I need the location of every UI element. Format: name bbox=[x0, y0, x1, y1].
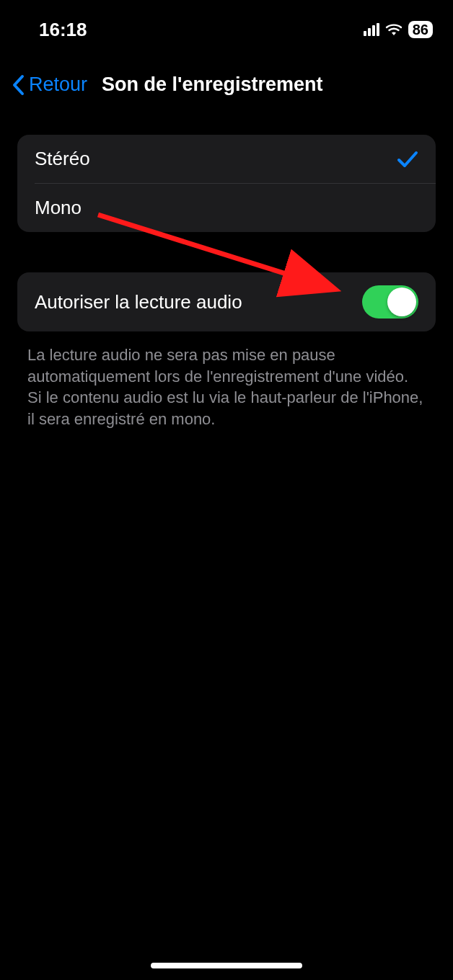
option-label: Mono bbox=[35, 197, 82, 219]
navigation-bar: Retour Son de l'enregistrement bbox=[0, 46, 453, 113]
switch-knob bbox=[387, 288, 416, 316]
chevron-left-icon bbox=[12, 74, 26, 96]
wifi-icon bbox=[384, 22, 403, 37]
battery-indicator: 86 bbox=[408, 21, 433, 38]
battery-percent: 86 bbox=[413, 22, 428, 37]
home-indicator[interactable] bbox=[151, 963, 302, 968]
option-stereo[interactable]: Stéréo bbox=[17, 135, 436, 183]
option-mono[interactable]: Mono bbox=[17, 184, 436, 232]
playback-toggle-group: Autoriser la lecture audio bbox=[17, 272, 436, 331]
status-bar: 16:18 86 bbox=[0, 0, 453, 46]
footer-description: La lecture audio ne sera pas mise en pau… bbox=[27, 344, 426, 430]
option-label: Stéréo bbox=[35, 148, 90, 170]
page-title: Son de l'enregistrement bbox=[102, 74, 323, 96]
status-time: 16:18 bbox=[39, 19, 87, 41]
status-right: 86 bbox=[364, 21, 433, 38]
back-label: Retour bbox=[29, 74, 87, 96]
cellular-signal-icon bbox=[364, 23, 379, 36]
checkmark-icon bbox=[397, 150, 418, 169]
toggle-label: Autoriser la lecture audio bbox=[35, 291, 242, 313]
allow-audio-playback-row: Autoriser la lecture audio bbox=[17, 272, 436, 331]
audio-mode-group: Stéréo Mono bbox=[17, 135, 436, 232]
allow-audio-playback-switch[interactable] bbox=[362, 285, 418, 318]
back-button[interactable]: Retour bbox=[12, 74, 87, 96]
